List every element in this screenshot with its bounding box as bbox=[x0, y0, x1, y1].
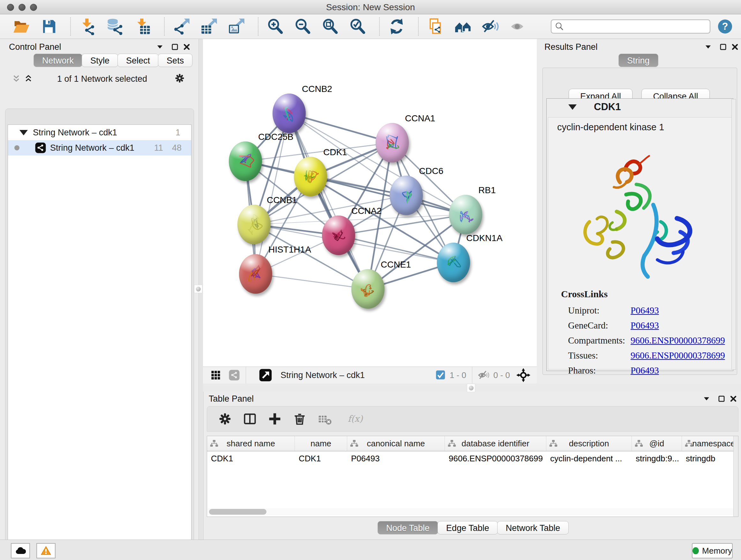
column-header-name[interactable]: name bbox=[295, 436, 347, 451]
network-node-cdc6[interactable] bbox=[390, 176, 423, 215]
network-node-cdc25b[interactable] bbox=[229, 141, 262, 181]
cloud-status-button[interactable] bbox=[11, 543, 30, 558]
open-file-icon[interactable] bbox=[13, 18, 30, 35]
add-column-icon[interactable] bbox=[268, 412, 282, 426]
table-cell[interactable]: stringdb:9... bbox=[632, 451, 682, 466]
network-options-gear-icon[interactable] bbox=[174, 73, 185, 84]
import-network-from-file-icon[interactable] bbox=[79, 18, 96, 35]
warnings-button[interactable] bbox=[37, 543, 56, 558]
detach-view-icon[interactable] bbox=[259, 368, 272, 382]
crosslink-label: Pharos: bbox=[568, 365, 630, 376]
zoom-in-icon[interactable] bbox=[267, 18, 284, 35]
network-node-ccnb1[interactable] bbox=[238, 205, 271, 244]
selected-items-checkbox[interactable] bbox=[435, 370, 446, 380]
hide-selected-icon[interactable] bbox=[482, 18, 499, 35]
export-table-icon[interactable] bbox=[200, 18, 218, 35]
network-node-ccna2[interactable] bbox=[322, 215, 355, 255]
column-header-namespace[interactable]: namespace bbox=[682, 436, 738, 451]
tab-string[interactable]: String bbox=[618, 54, 658, 67]
tab-network[interactable]: Network bbox=[33, 54, 82, 67]
table-vertical-scrollbar[interactable] bbox=[733, 436, 738, 516]
panel-float-icon[interactable] bbox=[719, 43, 727, 51]
toolbar-separator bbox=[70, 17, 71, 36]
table-cell[interactable]: cyclin-dependent ... bbox=[546, 451, 632, 466]
collapse-all-icon[interactable] bbox=[11, 74, 21, 84]
network-node-cdkn1a[interactable] bbox=[437, 243, 470, 282]
panel-menu-icon[interactable] bbox=[156, 43, 164, 51]
crosslink-link[interactable]: P06493 bbox=[630, 365, 659, 375]
memory-button[interactable]: Memory bbox=[692, 543, 733, 558]
left-splitter-handle[interactable] bbox=[194, 285, 202, 293]
crosslink-link[interactable]: 9606.ENSP00000378699 bbox=[630, 335, 725, 346]
search-box[interactable] bbox=[551, 19, 711, 34]
table-cell[interactable]: 9606.ENSP00000378699 bbox=[445, 451, 546, 466]
hidden-items-icon[interactable] bbox=[478, 369, 489, 381]
table-horizontal-scrollbar[interactable] bbox=[208, 508, 734, 515]
show-all-icon[interactable] bbox=[509, 18, 527, 35]
zoom-selected-icon[interactable] bbox=[349, 18, 366, 35]
network-node-cdk1[interactable] bbox=[294, 157, 327, 196]
panel-menu-icon[interactable] bbox=[702, 395, 711, 403]
table-cell[interactable]: P06493 bbox=[347, 451, 445, 466]
tab-sets[interactable]: Sets bbox=[158, 54, 192, 67]
export-image-icon[interactable] bbox=[228, 18, 245, 35]
birdseye-grid-icon[interactable] bbox=[210, 369, 221, 381]
results-scrollbar[interactable] bbox=[731, 99, 736, 370]
panel-float-icon[interactable] bbox=[171, 43, 179, 51]
table-cell[interactable]: stringdb bbox=[682, 451, 738, 466]
network-node-ccna1[interactable] bbox=[376, 123, 409, 163]
tab-select[interactable]: Select bbox=[118, 54, 158, 67]
column-header-database-identifier[interactable]: database identifier bbox=[445, 436, 546, 451]
table-row[interactable]: CDK1CDK1P064939606.ENSP00000378699cyclin… bbox=[207, 451, 738, 466]
column-header-shared-name[interactable]: shared name bbox=[207, 436, 295, 451]
split-columns-icon[interactable] bbox=[243, 412, 257, 426]
delete-column-icon[interactable] bbox=[293, 412, 307, 426]
zoom-out-icon[interactable] bbox=[294, 18, 312, 35]
duplicate-network-icon[interactable] bbox=[427, 18, 444, 35]
network-row[interactable]: String Network – cdk1 11 48 bbox=[8, 140, 191, 155]
tab-network-table[interactable]: Network Table bbox=[497, 521, 569, 535]
network-node-ccnb2[interactable] bbox=[273, 94, 306, 133]
crosslink-link[interactable]: P06493 bbox=[630, 320, 659, 330]
network-edge[interactable] bbox=[339, 235, 454, 262]
tab-node-table[interactable]: Node Table bbox=[378, 521, 438, 535]
collection-expand-triangle[interactable] bbox=[19, 130, 28, 135]
import-network-from-database-icon[interactable] bbox=[107, 18, 124, 35]
column-header-description[interactable]: description bbox=[546, 436, 632, 451]
network-overview-icon[interactable] bbox=[228, 369, 240, 381]
tab-style[interactable]: Style bbox=[82, 54, 118, 67]
save-session-icon[interactable] bbox=[40, 18, 57, 35]
network-node-hist1h1a[interactable] bbox=[239, 254, 272, 294]
table-settings-icon[interactable] bbox=[218, 412, 232, 426]
table-cell[interactable]: CDK1 bbox=[207, 451, 295, 466]
network-canvas[interactable]: CCNB2CCNA1CDC25BCDK1CDC6RB1CCNB1CCNA2CDK… bbox=[203, 39, 537, 367]
first-neighbors-icon[interactable] bbox=[455, 18, 472, 35]
tab-edge-table[interactable]: Edge Table bbox=[437, 521, 498, 535]
pan-crosshair-icon[interactable] bbox=[516, 368, 530, 382]
panel-close-icon[interactable] bbox=[183, 43, 191, 51]
fit-content-icon[interactable] bbox=[322, 18, 339, 35]
expand-all-icon[interactable] bbox=[23, 74, 33, 84]
column-header-canonical-name[interactable]: canonical name bbox=[347, 436, 445, 451]
horizontal-splitter-handle[interactable] bbox=[467, 384, 475, 392]
panel-close-icon[interactable] bbox=[729, 395, 738, 403]
panel-menu-icon[interactable] bbox=[704, 43, 712, 51]
crosslink-link[interactable]: 9606.ENSP00000378699 bbox=[630, 350, 725, 361]
search-input[interactable] bbox=[567, 21, 705, 32]
scrollbar-thumb[interactable] bbox=[209, 509, 266, 515]
network-node-ccne1[interactable] bbox=[351, 269, 385, 309]
section-collapse-triangle[interactable] bbox=[568, 105, 577, 110]
refresh-view-icon[interactable] bbox=[388, 18, 405, 35]
cloud-icon bbox=[15, 545, 26, 556]
network-node-rb1[interactable] bbox=[449, 195, 482, 234]
import-table-from-file-icon[interactable] bbox=[134, 18, 151, 35]
crosslink-link[interactable]: P06493 bbox=[630, 305, 659, 315]
export-network-icon[interactable] bbox=[173, 18, 190, 35]
network-edge[interactable] bbox=[289, 113, 368, 289]
table-cell[interactable]: CDK1 bbox=[295, 451, 347, 466]
network-collection-row[interactable]: String Network – cdk1 1 bbox=[8, 125, 191, 140]
panel-close-icon[interactable] bbox=[731, 43, 739, 51]
panel-float-icon[interactable] bbox=[718, 395, 726, 403]
column-header-@id[interactable]: @id bbox=[632, 436, 682, 451]
help-button[interactable]: ? bbox=[718, 19, 733, 34]
